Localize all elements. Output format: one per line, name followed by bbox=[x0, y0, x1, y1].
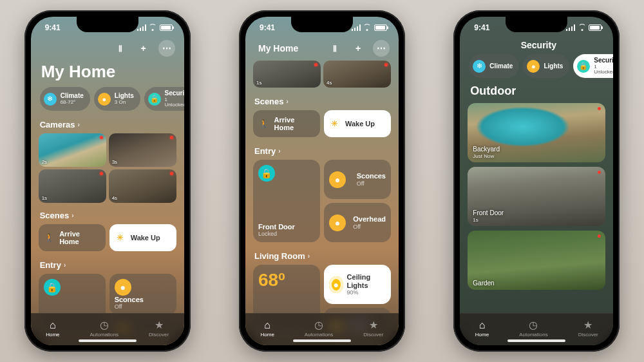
camera-thumb[interactable]: 4s bbox=[323, 61, 391, 88]
chip-label: Lights bbox=[115, 93, 134, 99]
phone-right: 9:41 Security ❄ Climate ● Lights bbox=[453, 10, 620, 352]
bulb-icon: ● bbox=[527, 60, 540, 73]
chip-climate[interactable]: ❄ Climate68-72° bbox=[40, 87, 90, 111]
chip-status: 1 Unlocked bbox=[594, 64, 613, 75]
chip-lights[interactable]: ● Lights bbox=[523, 54, 569, 78]
home-indicator[interactable] bbox=[507, 339, 565, 342]
bulb-icon: ● bbox=[329, 214, 346, 231]
tile-status: Off bbox=[115, 303, 171, 310]
page-title-mini: My Home bbox=[254, 43, 320, 53]
camera-thumb[interactable]: 2s bbox=[39, 133, 106, 167]
home-indicator[interactable] bbox=[293, 339, 351, 342]
add-icon[interactable]: + bbox=[350, 40, 366, 57]
chip-label: Climate bbox=[489, 63, 513, 70]
phone-left: 9:41 ⦀ + ⋯ My Home ❄ Climate68-72° ● Lig bbox=[24, 10, 191, 352]
wifi-icon bbox=[149, 24, 157, 31]
scene-wake-up[interactable]: ☀ Wake Up bbox=[109, 224, 176, 251]
house-icon: ⌂ bbox=[50, 319, 56, 331]
scene-label: Arrive Home bbox=[274, 116, 315, 131]
tab-discover[interactable]: ★Discover bbox=[363, 319, 383, 338]
tile-name: Ceiling Lights bbox=[347, 273, 386, 289]
intercom-icon[interactable]: ⦀ bbox=[327, 40, 343, 57]
camera-thumb[interactable]: 1s bbox=[39, 169, 106, 203]
live-dot-icon bbox=[598, 107, 601, 110]
camera-row: 1s 4s bbox=[253, 61, 391, 88]
battery-icon bbox=[374, 24, 387, 31]
chevron-right-icon: › bbox=[64, 262, 66, 269]
chip-label: Security bbox=[165, 90, 184, 97]
tab-discover[interactable]: ★Discover bbox=[149, 319, 169, 338]
clock-icon: ◷ bbox=[100, 319, 109, 331]
tab-discover[interactable]: ★Discover bbox=[578, 319, 598, 338]
sunrise-icon: ☀ bbox=[329, 118, 341, 129]
camera-backyard[interactable]: BackyardJust Now bbox=[468, 103, 605, 162]
lock-icon: 🔒 bbox=[44, 279, 61, 296]
section-label: Living Room bbox=[254, 251, 305, 261]
chip-security[interactable]: 🔒 Security1 Unlocked bbox=[573, 54, 613, 78]
bulb-icon: ● bbox=[115, 279, 131, 296]
tab-home[interactable]: ⌂Home bbox=[260, 319, 274, 338]
scene-arrive-home[interactable]: 🚶 Arrive Home bbox=[39, 224, 106, 251]
bulb-icon: ● bbox=[329, 171, 346, 188]
notch bbox=[291, 17, 353, 32]
tab-label: Home bbox=[475, 332, 489, 338]
sunrise-icon: ☀ bbox=[115, 232, 126, 243]
clock-icon: ◷ bbox=[529, 319, 538, 331]
more-icon[interactable]: ⋯ bbox=[158, 40, 175, 57]
chip-label: Climate bbox=[61, 93, 84, 99]
intercom-icon[interactable]: ⦀ bbox=[112, 40, 129, 57]
scene-wake-up[interactable]: ☀ Wake Up bbox=[324, 110, 391, 137]
tab-automations[interactable]: ◷Automations bbox=[519, 319, 547, 338]
camera-thumb[interactable]: 1s bbox=[253, 61, 321, 88]
section-scenes[interactable]: Scenes › bbox=[39, 208, 176, 224]
tile-ceiling-lights[interactable]: ● Ceiling Lights 90% bbox=[324, 265, 391, 304]
section-entry[interactable]: Entry › bbox=[253, 144, 391, 160]
more-icon[interactable]: ⋯ bbox=[373, 40, 390, 57]
tile-sconces[interactable]: ● Sconces Off bbox=[109, 274, 176, 315]
tab-label: Automations bbox=[519, 332, 547, 338]
home-indicator[interactable] bbox=[79, 339, 137, 342]
category-chips: ❄ Climate68-72° ● Lights3 On 🔒 Security1… bbox=[39, 87, 176, 117]
live-dot-icon bbox=[314, 63, 317, 66]
tile-name: Overhead bbox=[353, 215, 386, 223]
lock-icon: 🔒 bbox=[577, 60, 590, 73]
tab-automations[interactable]: ◷Automations bbox=[305, 319, 333, 338]
add-icon[interactable]: + bbox=[135, 40, 152, 57]
page-title: My Home bbox=[39, 61, 176, 87]
tile-front-door[interactable]: 🔒 Front Door Locked bbox=[253, 160, 320, 242]
star-icon: ★ bbox=[155, 319, 164, 331]
signal-icon bbox=[566, 24, 575, 31]
section-cameras[interactable]: Cameras › bbox=[39, 117, 176, 133]
camera-time: 2s bbox=[42, 159, 47, 165]
battery-icon bbox=[160, 24, 173, 31]
camera-name: Backyard bbox=[473, 146, 500, 153]
tab-automations[interactable]: ◷Automations bbox=[90, 319, 118, 338]
chip-label: Lights bbox=[544, 63, 563, 70]
camera-garden[interactable]: Garden bbox=[468, 231, 605, 290]
camera-front-door[interactable]: Front Door1s bbox=[468, 167, 605, 226]
section-entry[interactable]: Entry › bbox=[39, 258, 176, 274]
scene-arrive-home[interactable]: 🚶 Arrive Home bbox=[253, 110, 320, 137]
camera-thumb[interactable]: 3s bbox=[109, 133, 176, 167]
tab-home[interactable]: ⌂Home bbox=[475, 319, 489, 338]
status-time: 9:41 bbox=[474, 23, 489, 32]
tile-name: Sconces bbox=[357, 172, 386, 180]
tab-home[interactable]: ⌂Home bbox=[46, 319, 59, 338]
chip-climate[interactable]: ❄ Climate bbox=[469, 54, 519, 78]
chip-lights[interactable]: ● Lights3 On bbox=[94, 87, 140, 111]
scene-label: Arrive Home bbox=[59, 230, 100, 245]
snowflake-icon: ❄ bbox=[473, 60, 486, 73]
section-label: Scenes bbox=[254, 97, 284, 106]
section-living-room[interactable]: Living Room › bbox=[253, 249, 391, 265]
house-icon: ⌂ bbox=[264, 319, 270, 331]
section-outdoor: Outdoor bbox=[468, 84, 605, 103]
chevron-right-icon: › bbox=[71, 212, 73, 219]
section-scenes[interactable]: Scenes › bbox=[253, 94, 391, 110]
tile-overhead[interactable]: ● Overhead Off bbox=[324, 203, 391, 242]
camera-thumb[interactable]: 4s bbox=[109, 169, 176, 203]
tile-sconces[interactable]: ● Sconces Off bbox=[324, 160, 391, 199]
top-toolbar: ⦀ + ⋯ bbox=[31, 39, 184, 61]
wifi-icon bbox=[578, 24, 586, 31]
clock-icon: ◷ bbox=[314, 319, 323, 331]
chip-security[interactable]: 🔒 Security1 Unlocked bbox=[144, 87, 184, 111]
